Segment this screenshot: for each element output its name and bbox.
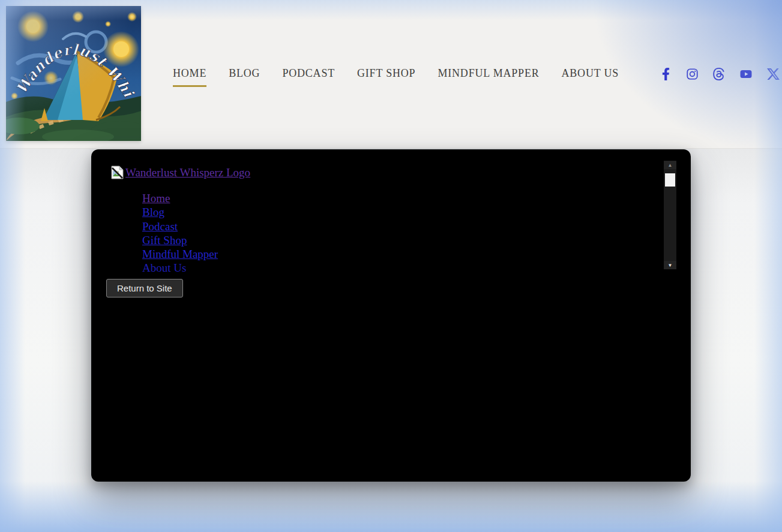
nav-item-about-us[interactable]: ABOUT US [562, 67, 619, 85]
threads-icon[interactable] [712, 68, 725, 80]
overlay-link-podcast[interactable]: Podcast [142, 220, 178, 233]
list-item: Mindful Mapper [142, 247, 218, 261]
x-icon[interactable] [767, 68, 780, 80]
youtube-icon[interactable] [739, 68, 753, 80]
overlay-link-blog[interactable]: Blog [142, 206, 164, 218]
broken-image-icon [111, 166, 124, 179]
scroll-down-icon[interactable]: ▼ [664, 261, 676, 269]
list-item: Gift Shop [142, 233, 218, 247]
scrollbar-track[interactable] [664, 169, 676, 261]
facebook-icon[interactable] [660, 68, 672, 80]
overlay-link-about-us[interactable]: About Us [142, 262, 186, 274]
instagram-icon[interactable] [686, 68, 699, 80]
nav-item-mindful-mapper[interactable]: MINDFUL MAPPER [438, 67, 539, 85]
nav-item-podcast[interactable]: PODCAST [282, 67, 335, 85]
list-item: Podcast [142, 220, 218, 233]
overlay-nav-list: Home Blog Podcast Gift Shop Mindful Mapp… [142, 191, 218, 275]
logo-artwork-icon: Wanderlust Whisperz [6, 6, 141, 141]
overlay-link-mindful-mapper[interactable]: Mindful Mapper [142, 248, 218, 260]
overlay-link-gift-shop[interactable]: Gift Shop [142, 234, 187, 247]
overlay-logo-link[interactable]: Wanderlust Whisperz Logo [111, 166, 250, 179]
overlay-link-home[interactable]: Home [142, 192, 170, 205]
site-logo[interactable]: Wanderlust Whisperz [6, 6, 141, 141]
return-to-site-button[interactable]: Return to Site [106, 279, 183, 297]
nav-item-blog[interactable]: BLOG [229, 67, 260, 85]
overlay-logo-link-label: Wanderlust Whisperz Logo [125, 166, 250, 179]
list-item: Home [142, 191, 218, 205]
site-header: Wanderlust Whisperz HOME BLOG PODCAST GI… [0, 0, 782, 149]
nav-item-gift-shop[interactable]: GIFT SHOP [357, 67, 415, 85]
scrollbar-thumb[interactable] [665, 173, 675, 187]
overlay-scrollbar[interactable]: ▲ ▼ [664, 161, 676, 269]
scroll-up-icon[interactable]: ▲ [664, 161, 676, 169]
preview-overlay-panel: Wanderlust Whisperz Logo Home Blog Podca… [91, 149, 691, 482]
social-links [660, 68, 780, 80]
nav-item-home[interactable]: HOME [173, 67, 206, 87]
list-item: Blog [142, 205, 218, 219]
main-nav: HOME BLOG PODCAST GIFT SHOP MINDFUL MAPP… [173, 67, 619, 87]
list-item: About Us [142, 261, 218, 275]
